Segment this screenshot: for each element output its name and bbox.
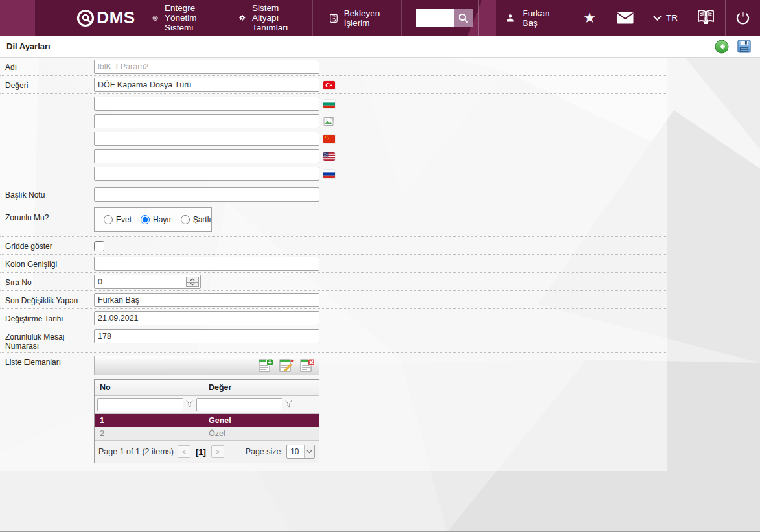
baslik-notu-input[interactable] (94, 187, 319, 202)
edit-list-item-button[interactable] (278, 358, 295, 373)
flag-bulgaria-icon (323, 100, 335, 108)
chevron-down-icon (306, 450, 312, 454)
radio-hayir-input[interactable] (141, 215, 150, 224)
form-row-sira-no: Sıra No (0, 273, 667, 291)
nav-item-entegre-yonetim-sistemi[interactable]: Entegre Yönetim Sistemi (135, 0, 223, 36)
spin-down-button[interactable] (186, 283, 199, 288)
qdms-at-icon (76, 8, 95, 28)
cell-no: 2 (95, 427, 203, 440)
flag-russia-icon (323, 170, 335, 178)
person-icon (506, 12, 514, 24)
sira-no-spinner (94, 275, 201, 289)
search-input[interactable] (416, 9, 454, 27)
translation-row (94, 114, 335, 128)
pager-next-button[interactable]: > (211, 445, 224, 458)
gridde-goster-checkbox[interactable] (94, 241, 104, 251)
gear-icon (239, 11, 246, 25)
field-label: Kolon Genişliği (5, 257, 94, 269)
radio-label: Hayır (153, 215, 172, 224)
grid-filter-row (95, 396, 319, 414)
envelope-icon (617, 12, 634, 24)
degeri-input-us[interactable] (94, 149, 319, 163)
radio-evet-input[interactable] (104, 215, 113, 224)
grid-header-row: No Değer (95, 380, 319, 396)
sira-no-input[interactable] (94, 275, 201, 289)
missing-image-icon (323, 117, 335, 126)
radio-evet[interactable]: Evet (104, 215, 132, 224)
nav-item-label: Entegre Yönetim Sistemi (165, 3, 205, 32)
list-edit-icon (279, 358, 294, 373)
pager-prev-button[interactable]: < (178, 445, 190, 458)
delete-list-item-button[interactable] (299, 358, 316, 373)
pager-summary: Page 1 of 1 (2 items) (98, 447, 174, 456)
zorunlu-radio-group: Evet Hayır Şartlı (94, 207, 212, 232)
son-degisiklik-input[interactable] (94, 293, 319, 307)
add-list-item-button[interactable] (257, 358, 274, 373)
column-header-no[interactable]: No (95, 380, 203, 395)
chevron-up-icon (190, 278, 195, 281)
language-selector[interactable]: TR (644, 13, 687, 23)
back-circle-icon (715, 40, 729, 54)
degeri-input-ru[interactable] (94, 167, 319, 181)
logout-button[interactable] (725, 0, 760, 36)
list-delete-icon (300, 358, 315, 373)
field-label: Zorunlu Mu? (5, 205, 94, 222)
form-row-degeri: Değeri (0, 76, 667, 94)
logo-text: DMS (97, 8, 135, 28)
nav-item-bekleyen-islerim[interactable]: Bekleyen İşlerim (313, 0, 402, 36)
degeri-input-2[interactable] (94, 114, 319, 128)
field-label: Başlık Notu (5, 187, 94, 200)
form-row-zorunlu: Zorunlu Mu? Evet Hayır Şartlı (0, 203, 667, 237)
search-button[interactable] (454, 9, 473, 27)
column-header-deger[interactable]: Değer (203, 380, 319, 395)
save-button[interactable] (737, 40, 751, 54)
filter-input-no[interactable] (97, 398, 183, 411)
grid-row-2[interactable]: 2 Özel (95, 427, 319, 440)
page-size-select[interactable]: 10 (286, 445, 315, 459)
page-size-value: 10 (287, 445, 304, 458)
filter-input-deger[interactable] (196, 398, 282, 411)
favorites-button[interactable]: ★ (573, 0, 606, 36)
list-add-icon (259, 358, 273, 373)
nav-item-sistem-altyapi-tanimlari[interactable]: Sistem Altyapı Tanımları (222, 0, 313, 36)
form-row-son-degisiklik: Son Değişiklik Yapan (0, 291, 667, 309)
degeri-input-bg[interactable] (94, 97, 319, 111)
form-row-kolon-genisligi: Kolon Genişliği (0, 255, 667, 273)
nav-item-label: Sistem Altyapı Tanımları (252, 3, 295, 32)
book-hand-icon (697, 10, 715, 26)
degistirme-tarihi-input[interactable] (94, 311, 319, 325)
field-label: Zorunluluk Mesaj Numarası (5, 329, 94, 351)
degeri-input-cn[interactable] (94, 132, 319, 146)
back-button[interactable] (715, 40, 729, 54)
field-label: Liste Elemanları (5, 354, 94, 367)
form-row-degistirme-tarihi: Değiştirme Tarihi (0, 309, 667, 327)
translation-row (94, 97, 335, 111)
qdms-logo[interactable]: DMS (76, 0, 135, 36)
liste-grid: No Değer (94, 379, 319, 463)
flag-china-icon (323, 135, 335, 143)
radio-sartli[interactable]: Şartlı (181, 215, 211, 224)
field-label: Gridde göster (5, 238, 94, 251)
radio-hayir[interactable]: Hayır (141, 215, 172, 224)
help-manual-button[interactable] (687, 0, 725, 36)
filter-button-deger[interactable] (284, 400, 293, 410)
user-name: Furkan Baş (522, 8, 553, 28)
user-menu[interactable]: Furkan Baş (479, 0, 573, 36)
filter-button-no[interactable] (185, 400, 194, 410)
degeri-input-tr[interactable] (94, 78, 319, 92)
grid-row-1[interactable]: 1 Genel (95, 414, 319, 427)
zorunluluk-mesaj-input[interactable] (94, 329, 319, 343)
radio-sartli-input[interactable] (181, 215, 190, 224)
form-row-mesaj-no: Zorunluluk Mesaj Numarası (0, 327, 667, 353)
pager-current-page[interactable]: [1] (194, 447, 207, 457)
nav-item-label: Bekleyen İşlerim (344, 8, 385, 28)
translation-row (94, 149, 335, 163)
kolon-genisligi-input[interactable] (94, 257, 319, 271)
flag-turkey-icon (323, 81, 335, 89)
cell-deger: Genel (203, 414, 319, 427)
page-size-dropdown-button[interactable] (304, 445, 314, 458)
clipboard-check-icon (330, 11, 338, 25)
funnel-icon (285, 400, 292, 408)
mail-button[interactable] (606, 0, 644, 36)
spin-up-button[interactable] (186, 277, 199, 283)
